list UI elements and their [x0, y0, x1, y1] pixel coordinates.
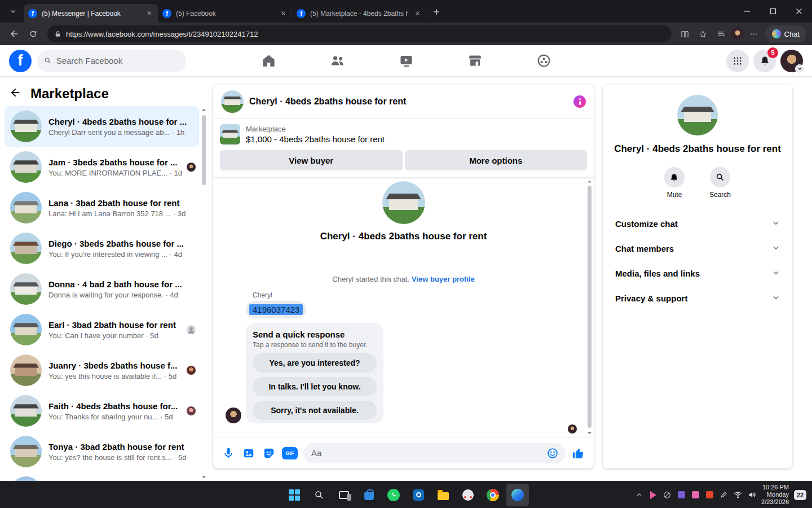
- network-tray-icon[interactable]: [733, 491, 742, 500]
- chrome-icon[interactable]: [482, 484, 504, 506]
- minimize-icon[interactable]: [734, 0, 760, 23]
- conversation-item-tonya[interactable]: Tonya · 3bad 2bath house for rent You: y…: [5, 431, 199, 472]
- collections-icon[interactable]: [713, 26, 729, 42]
- conversation-item-juanry[interactable]: Juanry · 3beds 2baths house f... You: ye…: [5, 350, 199, 391]
- back-icon[interactable]: [6, 25, 23, 42]
- conversation-item-cheryl[interactable]: Cheryl · 4beds 2baths house for ... Cher…: [5, 106, 199, 147]
- clock-time: 10:26 PM: [761, 484, 789, 491]
- start-icon[interactable]: [283, 484, 306, 506]
- pen-tray-icon[interactable]: [719, 491, 728, 500]
- conversation-item-lana[interactable]: Lana · 3bad 2bath house for rent Lana: H…: [5, 187, 199, 228]
- microsoft-store-icon[interactable]: [358, 484, 380, 506]
- browser-tab-facebook[interactable]: f (5) Facebook: [158, 4, 292, 23]
- tab-close-icon[interactable]: [144, 9, 153, 18]
- profile-avatar[interactable]: [780, 50, 803, 72]
- purple-app-tray-icon[interactable]: [677, 491, 686, 500]
- taskbar-search-icon[interactable]: [308, 484, 330, 506]
- chat-scrollbar[interactable]: [586, 178, 593, 437]
- media-files-links-row[interactable]: Media, files and links: [612, 261, 783, 286]
- sticker-icon[interactable]: [262, 446, 276, 461]
- quick-response-option[interactable]: Yes, are you interested?: [253, 353, 377, 373]
- file-explorer-icon[interactable]: [432, 484, 454, 506]
- view-buyer-button[interactable]: View buyer: [220, 150, 403, 170]
- chat-header[interactable]: Cheryl · 4beds 2baths house for rent: [213, 85, 594, 119]
- tab-close-icon[interactable]: [413, 9, 422, 18]
- message-input[interactable]: [311, 448, 541, 458]
- sender-avatar: [226, 408, 241, 423]
- browser-menu-icon[interactable]: [746, 26, 762, 42]
- view-buyer-profile-link[interactable]: View buyer profile: [412, 275, 475, 283]
- search-in-conversation-button[interactable]: Search: [709, 167, 731, 199]
- search-input[interactable]: [56, 56, 179, 65]
- chat-members-row[interactable]: Chat members: [612, 236, 783, 261]
- pink-app-tray-icon[interactable]: [691, 491, 700, 500]
- site-info-lock-icon[interactable]: [54, 30, 61, 38]
- quick-response-option[interactable]: In talks. I'll let you know.: [253, 377, 377, 396]
- scroll-up-icon[interactable]: [201, 107, 206, 112]
- apps-grid-icon[interactable]: [726, 50, 749, 72]
- close-icon[interactable]: [786, 0, 812, 23]
- scrollbar-thumb[interactable]: [588, 186, 592, 428]
- conversation-item-diego[interactable]: Diego · 3beds 2baths house for ... You: …: [5, 228, 199, 269]
- back-arrow-icon[interactable]: [9, 86, 21, 101]
- edge-chat-button[interactable]: Chat: [765, 25, 806, 42]
- scroll-down-icon[interactable]: [201, 475, 206, 480]
- edge-icon[interactable]: [506, 484, 529, 506]
- conversation-title: Tonya · 3bad 2bath house for rent: [48, 442, 196, 452]
- notification-center-badge[interactable]: 22: [794, 490, 806, 500]
- tab-close-icon[interactable]: [279, 9, 288, 18]
- attach-image-icon[interactable]: [241, 446, 256, 461]
- groups-nav-icon[interactable]: [535, 52, 552, 69]
- outlook-icon[interactable]: [407, 484, 430, 506]
- browser-tab-messenger[interactable]: f (5) Messenger | Facebook: [24, 4, 158, 23]
- conversation-info-icon[interactable]: [573, 95, 586, 108]
- favorites-star-icon[interactable]: [695, 26, 711, 42]
- notifications-bell-icon[interactable]: 5: [753, 50, 776, 72]
- watch-nav-icon[interactable]: [398, 52, 414, 69]
- home-nav-icon[interactable]: [260, 52, 277, 69]
- hidden-icons-chevron[interactable]: [634, 491, 643, 500]
- taskbar-clock[interactable]: 10:26 PM Monday 2/23/2026: [761, 484, 789, 506]
- message-input-container[interactable]: [303, 443, 566, 463]
- volume-tray-icon[interactable]: [747, 491, 756, 500]
- task-view-icon[interactable]: [333, 484, 355, 506]
- friends-nav-icon[interactable]: [329, 52, 346, 69]
- red-app-tray-icon[interactable]: [705, 491, 714, 500]
- tab-search-chevron-icon[interactable]: [3, 3, 23, 20]
- emoji-icon[interactable]: [545, 446, 560, 461]
- whatsapp-icon[interactable]: [382, 484, 405, 506]
- snipping-tool-icon[interactable]: [457, 484, 479, 506]
- more-options-button[interactable]: More options: [405, 150, 588, 170]
- conversation-item-jam[interactable]: Jam · 3beds 2baths house for ... You: MO…: [5, 147, 199, 187]
- quick-response-option[interactable]: Sorry, it's not available.: [253, 401, 377, 420]
- conversation-title: Cheryl · 4beds 2baths house for ...: [48, 117, 196, 126]
- voice-clip-icon[interactable]: [221, 446, 236, 461]
- browser-tab-marketplace[interactable]: f (5) Marketplace - 4beds 2baths ho: [292, 4, 426, 23]
- split-screen-icon[interactable]: [677, 26, 693, 42]
- conversation-item-earl[interactable]: Earl · 3bad 2bath house for rent You: Ca…: [5, 309, 199, 350]
- customize-chat-row[interactable]: Customize chat: [612, 211, 783, 236]
- conversation-item-donna[interactable]: Donna · 4 bad 2 bath house for ... Donna…: [5, 269, 199, 309]
- scrollbar-thumb[interactable]: [202, 115, 206, 185]
- sidebar-scrollbar[interactable]: [201, 106, 207, 481]
- media-player-tray-icon[interactable]: [648, 491, 657, 500]
- facebook-logo[interactable]: f: [9, 50, 32, 72]
- conversation-item-partial[interactable]: [5, 472, 199, 481]
- conversation-item-faith[interactable]: Faith · 4beds 2baths house for... You: T…: [5, 391, 199, 431]
- marketplace-nav-icon[interactable]: [466, 52, 483, 69]
- maximize-icon[interactable]: [760, 0, 786, 23]
- conversation-time: 3d: [171, 209, 186, 218]
- refresh-icon[interactable]: [25, 25, 42, 42]
- browser-profile-avatar[interactable]: [731, 28, 744, 40]
- scroll-up-icon[interactable]: [587, 179, 592, 184]
- new-tab-icon[interactable]: [429, 4, 444, 20]
- url-bar[interactable]: https://www.facebook.com/messages/t/2349…: [47, 25, 672, 42]
- mute-button[interactable]: Mute: [664, 167, 685, 199]
- like-thumb-icon[interactable]: [571, 446, 586, 461]
- chat-avatar: [221, 90, 244, 113]
- privacy-support-row[interactable]: Privacy & support: [612, 286, 783, 310]
- facebook-search[interactable]: [37, 50, 186, 72]
- mic-muted-tray-icon[interactable]: [663, 491, 672, 500]
- gif-icon[interactable]: GIF: [282, 447, 298, 459]
- scroll-down-icon[interactable]: [587, 431, 592, 436]
